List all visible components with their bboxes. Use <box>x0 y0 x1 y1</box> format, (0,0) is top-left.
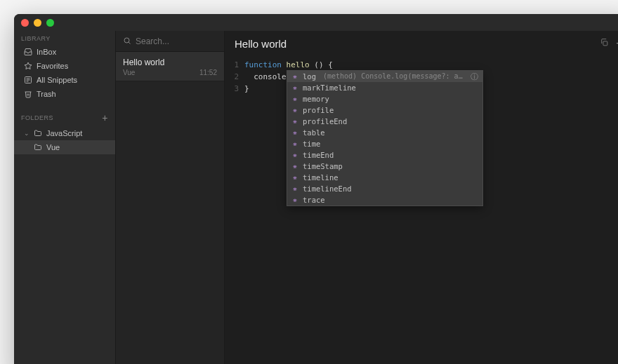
svg-point-5 <box>124 38 129 43</box>
snippet-list-column: + Hello world Vue 11:52 <box>115 31 225 364</box>
method-icon <box>291 84 298 91</box>
autocomplete-item[interactable]: markTimeline <box>287 82 482 93</box>
sidebar-item-trash[interactable]: Trash <box>14 87 115 101</box>
sidebar-item-inbox[interactable]: InBox <box>14 45 115 59</box>
autocomplete-hint: (method) Console.log(message?: any, ...o… <box>323 72 466 81</box>
info-icon[interactable]: ⓘ <box>471 72 478 81</box>
editor-header: Hello world + <box>225 31 618 56</box>
autocomplete-label: timeStamp <box>303 161 343 171</box>
snippet-list-item[interactable]: Hello world Vue 11:52 <box>116 52 224 81</box>
autocomplete-label: timeline <box>303 173 338 182</box>
folder-icon <box>34 129 42 137</box>
snippet-title: Hello world <box>123 58 217 67</box>
method-icon <box>291 73 298 80</box>
app-window: LIBRARY InBox Favorites All Snippets <box>14 14 618 364</box>
svg-marker-0 <box>25 62 32 69</box>
autocomplete-item[interactable]: time <box>287 138 482 149</box>
method-icon <box>291 174 298 181</box>
snippet-folder-label: Vue <box>123 69 135 76</box>
sidebar-item-label: All Snippets <box>37 76 77 84</box>
folder-icon <box>34 143 42 151</box>
method-icon <box>291 129 298 136</box>
method-icon <box>291 140 298 147</box>
identifier: hello <box>282 60 314 69</box>
sidebar-folder-label: JavaScript <box>46 129 82 137</box>
library-header: LIBRARY <box>14 31 115 45</box>
autocomplete-label: timeEnd <box>303 150 334 160</box>
autocomplete-label: profileEnd <box>303 116 347 126</box>
method-icon <box>291 118 298 125</box>
titlebar <box>14 14 618 31</box>
sidebar-item-favorites[interactable]: Favorites <box>14 59 115 73</box>
folders-header-label: FOLDERS <box>21 114 53 121</box>
sidebar: LIBRARY InBox Favorites All Snippets <box>14 31 115 364</box>
autocomplete-item[interactable]: timelineEnd <box>287 183 482 194</box>
library-header-label: LIBRARY <box>21 35 51 42</box>
sidebar-item-label: InBox <box>37 48 56 56</box>
sidebar-folder-label: Vue <box>46 143 60 151</box>
autocomplete-item[interactable]: memory <box>287 93 482 105</box>
method-icon <box>291 185 298 192</box>
minimize-icon[interactable] <box>34 19 41 27</box>
autocomplete-label: markTimeline <box>303 83 356 93</box>
sidebar-item-all-snippets[interactable]: All Snippets <box>14 73 115 87</box>
sidebar-folder-vue[interactable]: Vue <box>14 140 115 154</box>
autocomplete-label: time <box>303 139 320 149</box>
autocomplete-label: trace <box>303 195 325 205</box>
search-bar: + <box>116 31 224 52</box>
autocomplete-item[interactable]: table <box>287 127 482 138</box>
autocomplete-label: profile <box>303 105 334 115</box>
snippet-time: 11:52 <box>199 69 217 76</box>
autocomplete-label: table <box>303 128 325 137</box>
autocomplete-item[interactable]: timeEnd <box>287 149 482 161</box>
page-title[interactable]: Hello world <box>235 38 287 50</box>
indent <box>244 72 254 81</box>
add-folder-button[interactable]: + <box>102 112 108 123</box>
autocomplete-popup[interactable]: log (method) Console.log(message?: any, … <box>287 70 483 206</box>
chevron-down-icon: ⌄ <box>24 130 29 137</box>
snippet-meta: Vue 11:52 <box>123 69 217 76</box>
trash-icon <box>24 90 32 98</box>
search-icon <box>123 35 131 48</box>
close-icon[interactable] <box>21 19 29 27</box>
autocomplete-item[interactable]: profileEnd <box>287 116 482 127</box>
autocomplete-item[interactable]: profile <box>287 105 482 116</box>
autocomplete-item[interactable]: timeline <box>287 172 482 183</box>
code-area[interactable]: function hello () { console. } log (meth… <box>244 56 618 364</box>
method-icon <box>291 151 298 159</box>
autocomplete-label: log <box>303 72 316 81</box>
maximize-icon[interactable] <box>46 19 54 27</box>
method-icon <box>291 95 298 102</box>
folders-header: FOLDERS + <box>14 108 115 126</box>
editor-toolbar: + <box>600 38 618 49</box>
punctuation: () { <box>314 60 333 69</box>
method-icon <box>291 163 298 170</box>
sidebar-item-label: Favorites <box>37 62 68 70</box>
keyword: function <box>244 60 282 69</box>
line-number: 1 <box>225 59 244 71</box>
autocomplete-item[interactable]: log (method) Console.log(message?: any, … <box>287 71 482 82</box>
code-text: console. <box>254 72 291 81</box>
main-layout: LIBRARY InBox Favorites All Snippets <box>14 31 618 364</box>
editor-body[interactable]: 1 2 3 function hello () { console. } log… <box>225 56 618 364</box>
code-line: function hello () { <box>244 59 618 71</box>
method-icon <box>291 196 298 203</box>
star-icon <box>24 62 32 70</box>
svg-line-6 <box>129 42 130 43</box>
line-number: 2 <box>225 71 244 83</box>
inbox-icon <box>24 48 32 56</box>
line-number: 3 <box>225 83 244 95</box>
method-icon <box>291 107 298 114</box>
copy-icon[interactable] <box>600 38 609 49</box>
list-icon <box>24 76 32 84</box>
autocomplete-item[interactable]: timeStamp <box>287 161 482 172</box>
autocomplete-label: timelineEnd <box>303 184 352 194</box>
sidebar-item-label: Trash <box>37 90 56 98</box>
autocomplete-item[interactable]: trace <box>287 194 482 205</box>
editor-pane: Hello world + 1 2 3 function hello () { … <box>225 31 618 364</box>
svg-rect-7 <box>603 41 607 46</box>
punctuation: } <box>244 84 249 93</box>
sidebar-folder-javascript[interactable]: ⌄ JavaScript <box>14 126 115 140</box>
line-number-gutter: 1 2 3 <box>225 56 244 364</box>
autocomplete-label: memory <box>303 94 329 104</box>
